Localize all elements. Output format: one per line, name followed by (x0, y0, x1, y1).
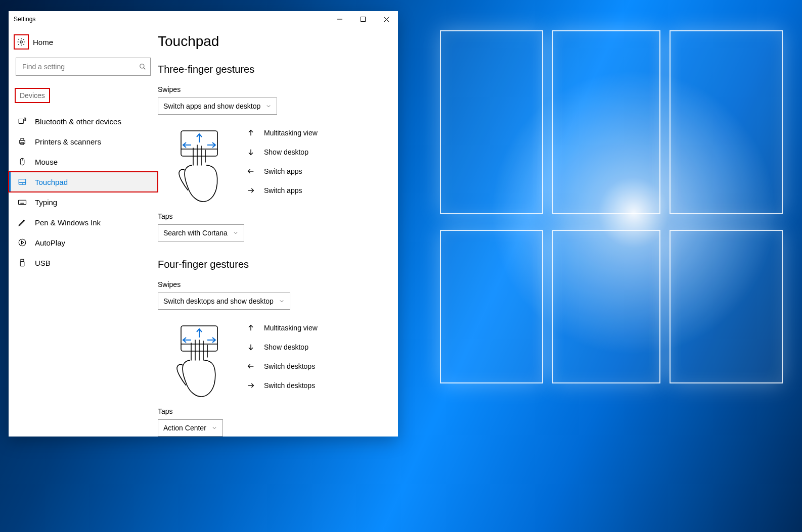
sidebar-item-label: Pen & Windows Ink (35, 218, 101, 227)
arrow-down-icon (247, 148, 255, 156)
three-finger-section: Three-finger gestures Swipes Switch apps… (158, 64, 386, 241)
three-taps-dropdown[interactable]: Search with Cortana (158, 224, 244, 241)
sidebar-item-typing[interactable]: Typing (9, 192, 158, 212)
legend-left: Switch desktops (264, 362, 315, 370)
svg-rect-9 (20, 140, 25, 143)
three-swipes-value: Switch apps and show desktop (163, 102, 260, 110)
page-title: Touchpad (158, 33, 386, 50)
sidebar-item-printers[interactable]: Printers & scanners (9, 131, 158, 152)
legend-down: Show desktop (264, 148, 308, 156)
svg-line-6 (144, 68, 146, 70)
four-finger-heading: Four-finger gestures (158, 259, 386, 270)
taps-label: Taps (158, 212, 386, 220)
sidebar-item-touchpad[interactable]: Touchpad (9, 172, 158, 192)
four-finger-gesture-illustration (170, 320, 226, 398)
four-taps-value: Action Center (163, 424, 206, 432)
svg-rect-25 (20, 262, 24, 266)
keyboard-icon (18, 198, 27, 207)
content: Touchpad Three-finger gestures Swipes Sw… (158, 27, 398, 437)
maximize-button[interactable] (351, 11, 375, 27)
close-button[interactable] (375, 11, 398, 27)
sidebar-item-usb[interactable]: USB (9, 253, 158, 273)
usb-icon (18, 258, 27, 267)
three-swipes-dropdown[interactable]: Switch apps and show desktop (158, 98, 277, 115)
sidebar-item-bluetooth[interactable]: Bluetooth & other devices (9, 111, 158, 131)
swipes-label: Swipes (158, 85, 386, 93)
arrow-up-icon (247, 324, 255, 332)
bluetooth-icon (18, 117, 27, 126)
svg-rect-8 (24, 118, 26, 121)
legend-up: Multitasking view (264, 129, 318, 137)
four-taps-dropdown[interactable]: Action Center (158, 419, 223, 437)
svg-rect-1 (361, 17, 366, 22)
three-taps-value: Search with Cortana (163, 229, 228, 237)
svg-point-4 (20, 41, 23, 43)
arrow-left-icon (247, 362, 255, 370)
three-finger-heading: Three-finger gestures (158, 64, 386, 75)
legend-up: Multitasking view (264, 324, 318, 332)
taps-label-4: Taps (158, 407, 386, 415)
pen-icon (18, 218, 27, 227)
svg-rect-7 (19, 119, 23, 124)
sidebar-item-label: Bluetooth & other devices (35, 117, 121, 126)
chevron-down-icon (265, 103, 272, 109)
four-swipes-dropdown[interactable]: Switch desktops and show desktop (158, 293, 290, 310)
four-finger-legend: Multitasking view Show desktop Switch de… (247, 320, 318, 390)
home-link[interactable]: Home (15, 35, 158, 49)
chevron-down-icon (211, 425, 217, 431)
chevron-down-icon (233, 230, 239, 236)
sidebar-item-label: Mouse (35, 158, 58, 166)
four-finger-section: Four-finger gestures Swipes Switch deskt… (158, 259, 386, 437)
svg-point-5 (140, 64, 144, 68)
arrow-right-icon (247, 186, 255, 195)
sidebar-item-pen[interactable]: Pen & Windows Ink (9, 212, 158, 232)
svg-rect-24 (21, 259, 24, 262)
sidebar-item-mouse[interactable]: Mouse (9, 152, 158, 172)
touchpad-icon (18, 177, 27, 186)
legend-down: Show desktop (264, 343, 308, 351)
legend-right: Switch apps (264, 186, 302, 195)
gear-icon (15, 35, 28, 49)
printer-icon (18, 137, 27, 146)
sidebar-item-label: AutoPlay (35, 238, 65, 247)
sidebar-item-autoplay[interactable]: AutoPlay (9, 232, 158, 253)
sidebar-item-label: Printers & scanners (35, 137, 101, 146)
sidebar-item-label: USB (35, 259, 51, 267)
window-title: Settings (14, 16, 35, 23)
autoplay-icon (18, 238, 27, 247)
svg-rect-17 (19, 200, 26, 204)
three-finger-gesture-illustration (170, 125, 226, 203)
mouse-icon (18, 157, 27, 166)
sidebar-item-label: Touchpad (35, 178, 68, 186)
four-swipes-value: Switch desktops and show desktop (163, 297, 274, 305)
arrow-up-icon (247, 129, 255, 137)
legend-right: Switch desktops (264, 381, 315, 390)
swipes-label-4: Swipes (158, 280, 386, 288)
settings-window: Settings Home Devices Bluetooth & other … (9, 11, 398, 437)
sidebar: Home Devices Bluetooth & other devices P… (9, 27, 158, 437)
three-finger-legend: Multitasking view Show desktop Switch ap… (247, 125, 318, 195)
arrow-right-icon (247, 381, 255, 390)
search-input[interactable] (21, 62, 139, 71)
search-box[interactable] (16, 58, 151, 76)
titlebar[interactable]: Settings (9, 11, 398, 27)
minimize-button[interactable] (328, 11, 351, 27)
category-devices: Devices (16, 89, 49, 102)
sidebar-item-label: Typing (35, 198, 57, 207)
search-icon (139, 63, 146, 70)
svg-point-23 (19, 239, 26, 246)
svg-rect-10 (21, 138, 24, 140)
home-label: Home (33, 38, 53, 46)
arrow-left-icon (247, 167, 255, 175)
chevron-down-icon (279, 298, 285, 304)
legend-left: Switch apps (264, 167, 302, 175)
arrow-down-icon (247, 343, 255, 351)
